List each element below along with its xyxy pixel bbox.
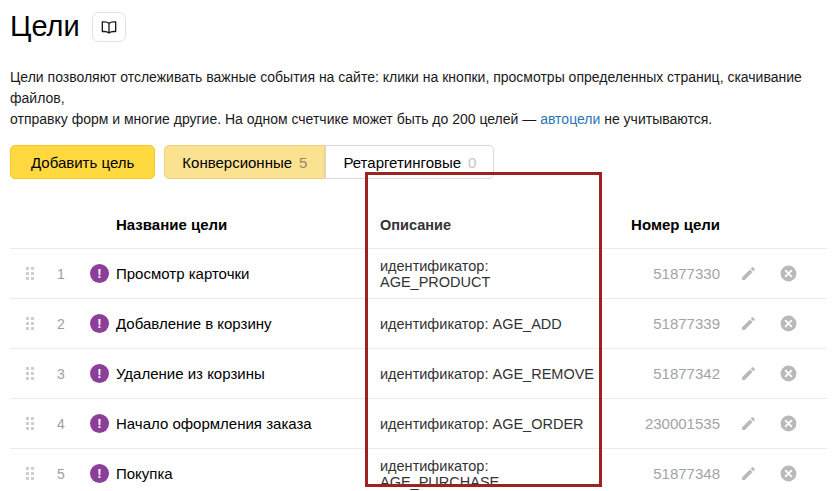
x-circle-icon	[779, 414, 798, 433]
goal-number: 230001535	[602, 415, 720, 432]
delete-goal-button[interactable]	[779, 364, 798, 383]
table-row: 1 Просмотр карточки идентификатор: AGE_P…	[10, 249, 827, 299]
table-header-row: Название цели Описание Номер цели	[10, 201, 827, 249]
pencil-icon	[740, 265, 757, 282]
header-description: Описание	[365, 217, 602, 233]
goal-type-exclamation-icon	[90, 414, 109, 433]
add-goal-button[interactable]: Добавить цель	[10, 145, 155, 179]
x-circle-icon	[779, 364, 798, 383]
goals-page: Цели Цели позволяют отслеживать важные с…	[0, 0, 837, 491]
tab-conversion[interactable]: Конверсионные 5	[164, 145, 325, 179]
goal-type-exclamation-icon	[90, 364, 109, 383]
drag-handle[interactable]	[10, 367, 46, 380]
drag-handle-icon	[26, 317, 46, 330]
intro-line2-before: отправку форм и многие другие. На одном …	[10, 111, 540, 127]
pencil-icon	[740, 415, 757, 432]
tab-label: Ретаргетинговые	[343, 154, 461, 171]
goals-table-body: 1 Просмотр карточки идентификатор: AGE_P…	[0, 249, 837, 491]
help-docs-button[interactable]	[92, 12, 126, 42]
row-number: 3	[46, 366, 76, 382]
pencil-icon	[740, 365, 757, 382]
goal-name: Добавление в корзину	[116, 315, 365, 332]
pencil-icon	[740, 315, 757, 332]
edit-goal-button[interactable]	[740, 415, 757, 432]
tab-count: 5	[299, 154, 307, 171]
table-row: 5 Покупка идентификатор: AGE_PURCHASE 51…	[10, 449, 827, 491]
goal-name: Просмотр карточки	[116, 265, 365, 282]
goal-number: 51877339	[602, 315, 720, 332]
intro-text: Цели позволяют отслеживать важные событи…	[10, 67, 827, 130]
goal-name: Начало оформления заказа	[116, 415, 365, 432]
page-header: Цели	[0, 0, 837, 43]
drag-handle[interactable]	[10, 267, 46, 280]
edit-goal-button[interactable]	[740, 365, 757, 382]
tab-retargeting[interactable]: Ретаргетинговые 0	[325, 145, 494, 179]
tab-count: 0	[468, 154, 476, 171]
table-row: 4 Начало оформления заказа идентификатор…	[10, 399, 827, 449]
autogoals-link[interactable]: автоцели	[540, 111, 600, 127]
intro-line1: Цели позволяют отслеживать важные событи…	[10, 69, 802, 106]
edit-goal-button[interactable]	[740, 315, 757, 332]
delete-goal-button[interactable]	[779, 464, 798, 483]
table-row: 3 Удаление из корзины идентификатор: AGE…	[10, 349, 827, 399]
drag-handle[interactable]	[10, 467, 46, 480]
row-number: 1	[46, 266, 76, 282]
drag-handle[interactable]	[10, 317, 46, 330]
drag-handle-icon	[26, 267, 46, 280]
goal-type-exclamation-icon	[90, 264, 109, 283]
goals-table: Название цели Описание Номер цели 1 Прос…	[0, 201, 837, 491]
header-goal-number: Номер цели	[602, 216, 720, 233]
edit-goal-button[interactable]	[740, 465, 757, 482]
table-row: 2 Добавление в корзину идентификатор: AG…	[10, 299, 827, 349]
row-number: 5	[46, 466, 76, 482]
goal-name: Покупка	[116, 465, 365, 482]
edit-goal-button[interactable]	[740, 265, 757, 282]
tab-label: Конверсионные	[182, 154, 292, 171]
delete-goal-button[interactable]	[779, 264, 798, 283]
delete-goal-button[interactable]	[779, 314, 798, 333]
goal-name: Удаление из корзины	[116, 365, 365, 382]
row-number: 2	[46, 316, 76, 332]
goal-number: 51877342	[602, 365, 720, 382]
goal-type-tabs: Конверсионные 5 Ретаргетинговые 0	[164, 145, 494, 179]
goal-description: идентификатор: AGE_PRODUCT	[365, 258, 602, 290]
drag-handle[interactable]	[10, 417, 46, 430]
goal-number: 51877330	[602, 265, 720, 282]
goal-description: идентификатор: AGE_ORDER	[365, 416, 602, 432]
goal-description: идентификатор: AGE_PURCHASE	[365, 458, 602, 490]
goal-description: идентификатор: AGE_REMOVE	[365, 366, 602, 382]
drag-handle-icon	[26, 467, 46, 480]
page-title: Цели	[10, 10, 80, 43]
x-circle-icon	[779, 464, 798, 483]
intro-line2-after: не учитываются.	[600, 111, 712, 127]
drag-handle-icon	[26, 367, 46, 380]
book-icon	[101, 20, 117, 34]
goal-type-exclamation-icon	[90, 314, 109, 333]
x-circle-icon	[779, 264, 798, 283]
drag-handle-icon	[26, 417, 46, 430]
goal-number: 51877348	[602, 465, 720, 482]
x-circle-icon	[779, 314, 798, 333]
row-number: 4	[46, 416, 76, 432]
toolbar: Добавить цель Конверсионные 5 Ретаргетин…	[10, 145, 837, 179]
header-goal-name: Название цели	[116, 216, 365, 233]
goal-description: идентификатор: AGE_ADD	[365, 316, 602, 332]
pencil-icon	[740, 465, 757, 482]
goal-type-exclamation-icon	[90, 464, 109, 483]
delete-goal-button[interactable]	[779, 414, 798, 433]
